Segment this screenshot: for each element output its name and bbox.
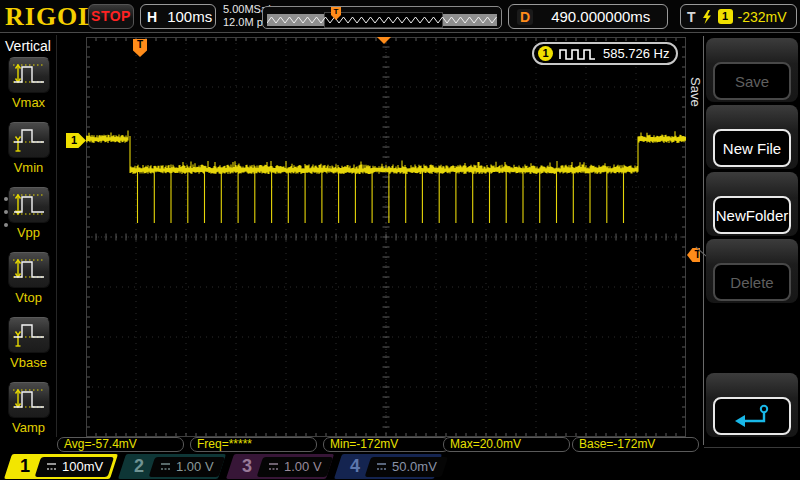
vertical-measure-menu: Vertical Vmax Vmin Vpp Vtop Vbase Vamp	[0, 35, 57, 437]
square-wave-icon	[559, 47, 597, 61]
vamp-icon	[11, 386, 47, 414]
channel-status-bar: 1 100mV 2 1.00 V 3 1.0	[0, 452, 800, 480]
softkey-new-file[interactable]: New File	[706, 105, 798, 169]
measurement-min: Min=-172mV	[323, 437, 450, 452]
lightning-icon	[701, 9, 713, 25]
trigger-source-badge: 1	[718, 9, 733, 24]
delay-value: 490.000000ms	[551, 8, 650, 25]
top-status-bar: RIGOL STOP H 100ms 5.00MSa/s 12.0M pts T…	[0, 0, 800, 33]
counter-channel-badge: 1	[538, 46, 553, 61]
vpp-icon	[11, 191, 47, 219]
softkey-new-folder[interactable]: NewFolder	[706, 172, 798, 236]
trigger-level-value: -232mV	[738, 9, 787, 25]
channel4-tab[interactable]: 4 50.0mV	[334, 454, 442, 479]
channel2-scale-box: 1.00 V	[149, 457, 225, 477]
save-menu: Save Save New File NewFolder Delete	[700, 35, 800, 445]
channel1-ground-marker[interactable]: 1	[66, 133, 86, 148]
channel1-scale-box: 100mV	[35, 457, 115, 477]
menu-tab-title: Save	[687, 63, 703, 121]
return-arrow-icon	[731, 402, 773, 430]
frequency-counter-badge: 1 585.726 Hz	[532, 42, 678, 65]
menu-item-vmin[interactable]: Vmin	[0, 122, 57, 175]
measurement-freq: Freq=*****	[190, 437, 317, 452]
vmax-icon	[11, 61, 47, 89]
delay-label: D	[517, 9, 533, 25]
dc-coupling-icon	[46, 462, 57, 471]
horizontal-label: H	[147, 9, 157, 25]
measurement-max: Max=20.0mV	[443, 437, 570, 452]
vmin-icon	[11, 126, 47, 154]
timebase-value: 100ms	[167, 8, 212, 25]
rigol-logo: RIGOL	[5, 2, 97, 32]
softkey-save[interactable]: Save	[706, 38, 798, 102]
counter-value: 585.726 Hz	[603, 46, 670, 61]
measurement-avg: Avg=-57.4mV	[57, 437, 184, 452]
measurement-base: Base=-172mV	[572, 437, 699, 452]
graticule	[86, 37, 686, 437]
menu-item-vpp[interactable]: Vpp	[0, 187, 57, 240]
left-menu-title: Vertical	[0, 38, 56, 54]
horizontal-timebase-box[interactable]: H 100ms	[140, 4, 216, 29]
trigger-box[interactable]: T 1 -232mV	[680, 4, 797, 29]
dc-coupling-icon	[376, 462, 387, 471]
waveform-overview-bar[interactable]: T	[262, 6, 502, 29]
dc-coupling-icon	[160, 462, 171, 471]
channel4-scale-box: 50.0mV	[365, 457, 448, 477]
vtop-icon	[11, 256, 47, 284]
menu-item-vbase[interactable]: Vbase	[0, 317, 57, 370]
menu-divider	[703, 36, 704, 445]
dc-coupling-icon	[268, 462, 279, 471]
vbase-icon	[11, 321, 47, 349]
channel3-tab[interactable]: 3 1.00 V	[226, 454, 334, 479]
oscilloscope-screen: RIGOL STOP H 100ms 5.00MSa/s 12.0M pts T…	[0, 0, 800, 480]
run-state-button[interactable]: STOP	[88, 4, 134, 29]
overview-waveform	[267, 14, 499, 26]
menu-item-vamp[interactable]: Vamp	[0, 382, 57, 435]
channel2-tab[interactable]: 2 1.00 V	[118, 454, 226, 479]
delay-box[interactable]: D 490.000000ms	[508, 4, 668, 29]
measurement-row: Avg=-57.4mV Freq=***** Min=-172mV Max=20…	[0, 437, 700, 452]
softkey-delete[interactable]: Delete	[706, 239, 798, 303]
softkey-back[interactable]	[706, 373, 798, 437]
channel1-tab[interactable]: 1 100mV	[4, 454, 118, 479]
trigger-label: T	[687, 9, 696, 25]
menu-item-vtop[interactable]: Vtop	[0, 252, 57, 305]
menu-item-vmax[interactable]: Vmax	[0, 57, 57, 110]
menu-bottom-line	[704, 447, 800, 448]
waveform-display-area	[86, 37, 686, 437]
menu-page-dots	[4, 197, 8, 227]
channel3-scale-box: 1.00 V	[257, 457, 333, 477]
